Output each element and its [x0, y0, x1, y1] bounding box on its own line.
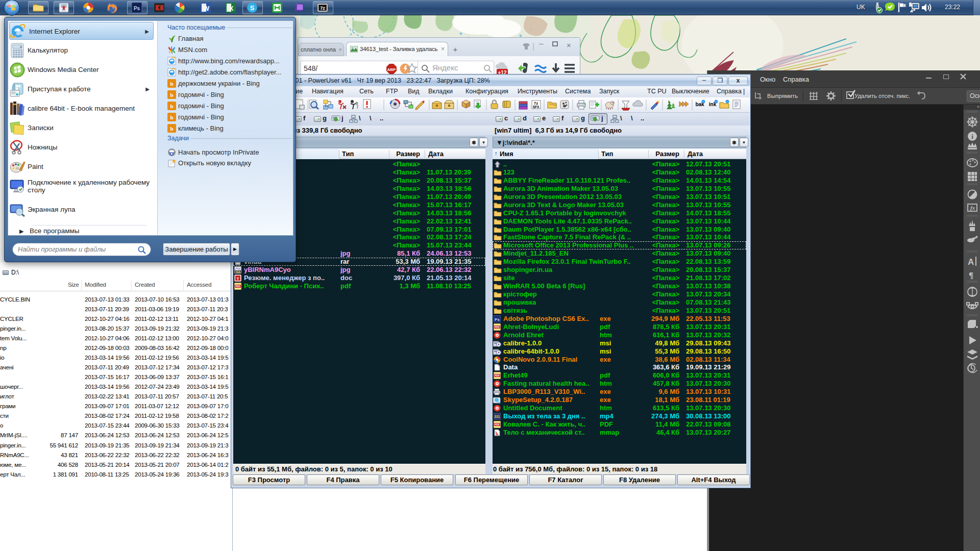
svg-text:Ps: Ps — [495, 317, 500, 321]
svg-text:Ps: Ps — [134, 6, 140, 11]
svg-text:PDF: PDF — [235, 285, 240, 288]
svg-text:W: W — [203, 5, 210, 12]
svg-text:SFX: SFX — [533, 105, 540, 109]
svg-text:A: A — [968, 257, 974, 267]
svg-text:T: T — [237, 277, 239, 281]
svg-text:i: i — [971, 133, 973, 140]
svg-text:S: S — [250, 4, 255, 12]
svg-text:TGA: TGA — [235, 271, 240, 273]
svg-text:X: X — [229, 5, 234, 12]
svg-text:PDF: PDF — [495, 325, 500, 329]
svg-text:fx: fx — [970, 205, 975, 211]
svg-text:ABP: ABP — [387, 67, 397, 72]
svg-text:7z: 7z — [320, 6, 325, 11]
svg-text:b: b — [170, 92, 173, 98]
svg-text:¶: ¶ — [969, 270, 973, 280]
svg-text:PDF: PDF — [495, 423, 500, 426]
svg-text:0: 0 — [20, 45, 22, 49]
svg-text:b: b — [170, 114, 173, 120]
svg-text:PDF: PDF — [495, 374, 500, 377]
svg-text:b: b — [170, 126, 173, 132]
svg-text:321: 321 — [495, 415, 500, 418]
svg-text:b: b — [170, 81, 173, 87]
svg-text:b: b — [170, 103, 173, 109]
